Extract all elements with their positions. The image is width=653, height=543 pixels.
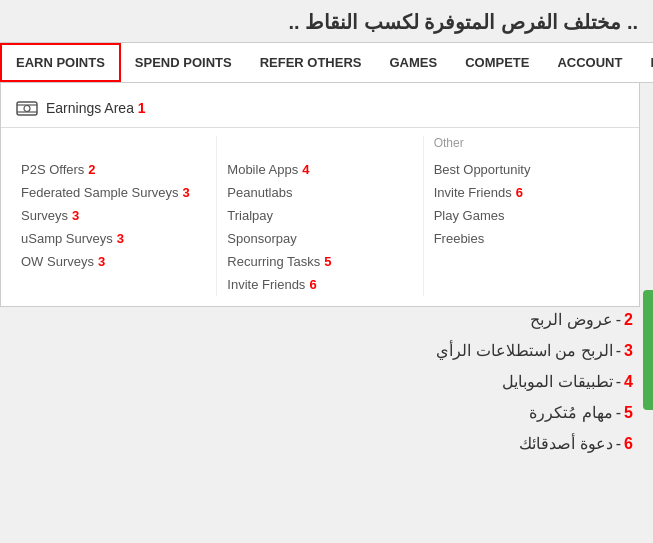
col2-item-4[interactable]: Recurring Tasks 5 bbox=[227, 250, 412, 273]
col3-item-2[interactable]: Play Games bbox=[434, 204, 619, 227]
nav-compete[interactable]: COMPETE bbox=[451, 45, 543, 80]
svg-point-1 bbox=[24, 106, 30, 112]
page-title: .. مختلف الفرص المتوفرة لكسب النقاط .. bbox=[0, 0, 653, 42]
dropdown-col-1: P2S Offers 2 Federated Sample Surveys 3 … bbox=[11, 136, 217, 296]
nav-earn-points[interactable]: EARN POINTS bbox=[0, 43, 121, 82]
list-item-2: 2-عروض الربح bbox=[20, 304, 633, 335]
nav-games[interactable]: GAMES bbox=[375, 45, 451, 80]
col1-item-2[interactable]: Surveys 3 bbox=[21, 204, 206, 227]
col3-item-0[interactable]: Best Opportunity bbox=[434, 158, 619, 181]
col1-item-4[interactable]: OW Surveys 3 bbox=[21, 250, 206, 273]
col3-item-3[interactable]: Freebies bbox=[434, 227, 619, 250]
dropdown-panel: Earnings Area 1 P2S Offers 2 Federated S… bbox=[0, 82, 640, 307]
earnings-icon bbox=[16, 99, 38, 117]
list-item-3: 3-الربح من استطلاعات الرأي bbox=[20, 335, 633, 366]
col1-item-1[interactable]: Federated Sample Surveys 3 bbox=[21, 181, 206, 204]
col2-header bbox=[227, 136, 412, 152]
nav-bar: EARN POINTS SPEND POINTS REFER OTHERS GA… bbox=[0, 42, 653, 83]
col2-item-1[interactable]: Peanutlabs bbox=[227, 181, 412, 204]
dropdown-col-2: Mobile Apps 4 Peanutlabs Trialpay Sponso… bbox=[217, 136, 423, 296]
col3-item-1[interactable]: Invite Friends 6 bbox=[434, 181, 619, 204]
col3-header: Other bbox=[434, 136, 619, 152]
right-sidebar-bar bbox=[643, 290, 653, 410]
dropdown-columns: P2S Offers 2 Federated Sample Surveys 3 … bbox=[1, 136, 639, 296]
col2-item-0[interactable]: Mobile Apps 4 bbox=[227, 158, 412, 181]
col1-item-3[interactable]: uSamp Surveys 3 bbox=[21, 227, 206, 250]
nav-refer-others[interactable]: REFER OTHERS bbox=[246, 45, 376, 80]
list-item-4: 4-تطبيقات الموبايل bbox=[20, 366, 633, 397]
dropdown-top-row: Earnings Area 1 bbox=[1, 93, 639, 128]
col1-item-0[interactable]: P2S Offers 2 bbox=[21, 158, 206, 181]
nav-forums[interactable]: FORUMS bbox=[636, 45, 653, 80]
col2-item-2[interactable]: Trialpay bbox=[227, 204, 412, 227]
list-item-5: 5-مهام مُتكررة bbox=[20, 397, 633, 428]
col1-header bbox=[21, 136, 206, 152]
earnings-area-label: Earnings Area 1 bbox=[46, 100, 146, 116]
col2-item-3[interactable]: Sponsorpay bbox=[227, 227, 412, 250]
col2-item-5[interactable]: Invite Friends 6 bbox=[227, 273, 412, 296]
nav-account[interactable]: ACCOUNT bbox=[543, 45, 636, 80]
list-item-6: 6-دعوة أصدقائك bbox=[20, 428, 633, 459]
svg-rect-0 bbox=[17, 102, 37, 115]
nav-spend-points[interactable]: SPEND POINTS bbox=[121, 45, 246, 80]
dropdown-col-3: Other Best Opportunity Invite Friends 6 … bbox=[424, 136, 629, 296]
